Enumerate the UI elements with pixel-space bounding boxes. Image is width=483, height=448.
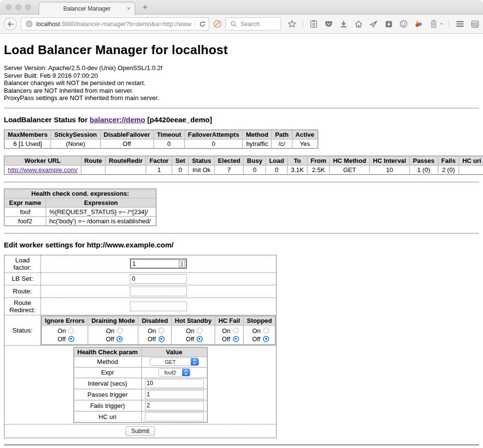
radio-off-selected[interactable] [263, 336, 269, 342]
search-icon [229, 20, 238, 29]
search-placeholder: Search [241, 21, 260, 28]
nav-toolbar: localhost:8880/balancer-manager?b=demo&w… [0, 14, 483, 34]
hc-expr-label: Expr [74, 367, 142, 378]
divider [4, 108, 479, 109]
close-window-button[interactable] [6, 4, 12, 10]
expressions-title: Health check cond. expressions: [4, 189, 156, 198]
radio-on[interactable] [117, 328, 123, 333]
divider [4, 233, 479, 234]
search-field[interactable]: Search [226, 17, 281, 30]
server-built: Server Built: Feb 9 2016 07:00:20 [4, 72, 479, 80]
grid-icon[interactable] [470, 20, 479, 29]
hc-method-label: Method [74, 357, 142, 367]
menu-icon[interactable] [455, 20, 464, 29]
bookmark-star-icon[interactable] [288, 20, 297, 29]
status-draining-mode-radios: On Off [91, 326, 135, 344]
send-icon[interactable] [369, 20, 378, 29]
balancer-status-table: MaxMembers StickySession DisableFailover… [4, 130, 318, 149]
hc-passes-label: Passes trigger [74, 389, 142, 400]
url-bar[interactable]: localhost:8880/balancer-manager?b=demo&w… [21, 17, 209, 30]
status-ignore-errors-radios: On Off [45, 326, 85, 344]
health-check-param-table: Health Check param Value Method GET [73, 347, 208, 423]
number-spinner-icon[interactable]: ▲▼ [179, 260, 185, 267]
status-hot-standby-radios: On Off [175, 326, 212, 344]
select-chevrons-icon [182, 369, 190, 376]
hc-interval-input[interactable] [145, 379, 204, 388]
radio-off-selected[interactable] [68, 336, 74, 342]
back-button[interactable] [4, 17, 17, 30]
tab-title: Balancer Manager [63, 5, 111, 12]
notice-inherit-proxypass: ProxyPass settings are NOT inherited fro… [4, 94, 479, 102]
pocket-icon[interactable] [325, 20, 333, 29]
hc-method-select[interactable]: GET [150, 358, 199, 366]
globe-icon [25, 20, 33, 29]
bottom-divider [4, 444, 479, 446]
server-version: Server Version: Apache/2.5.0-dev (Unix) … [4, 64, 479, 72]
notice-inherit-balancers: Balancers are NOT inherited from main se… [4, 87, 479, 95]
worker-url-link[interactable]: http://www.example.com/ [8, 166, 78, 173]
radio-on[interactable] [263, 328, 269, 333]
page-title: Load Balancer Manager for localhost [4, 43, 479, 58]
hc-passes-input[interactable] [145, 390, 204, 399]
blocked-icon[interactable] [213, 20, 222, 29]
edit-worker-heading: Edit worker settings for http://www.exam… [4, 241, 479, 249]
lb-set-label: LB Set: [4, 273, 41, 285]
radio-off-selected[interactable] [197, 336, 203, 342]
route-redirect-label: Route Redirect: [4, 298, 41, 315]
hc-uri-label: HC uri [74, 411, 142, 422]
expression-row: foof2 hc('body') =~ /domain is establish… [4, 217, 156, 226]
route-input[interactable] [130, 287, 187, 296]
close-tab-icon[interactable]: × [127, 5, 130, 12]
expression-row: foof %{REQUEST_STATUS} =~ /^[234]/ [4, 207, 156, 217]
home-icon[interactable] [355, 20, 363, 29]
status-stopped-radios: On Off [247, 326, 272, 344]
radio-off-selected[interactable] [158, 336, 165, 342]
status-radio-table: Ignore Errors Draining Mode Disabled Hot… [41, 316, 276, 345]
select-chevrons-icon [191, 358, 199, 365]
status-disabled-radios: On Off [142, 326, 168, 344]
radio-off-selected[interactable] [233, 336, 239, 342]
new-tab-button[interactable]: + [142, 2, 148, 13]
hc-fails-label: Fails trigger) [74, 400, 142, 411]
radio-on[interactable] [233, 328, 239, 333]
zoom-window-button[interactable] [25, 4, 31, 10]
tab-balancer-manager[interactable]: Balancer Manager × [39, 2, 135, 15]
extension-download-icon[interactable] [384, 20, 393, 29]
edit-worker-form: Load factor: ▲▼ LB Set: Route: Route Red… [4, 255, 277, 438]
hc-expr-select[interactable]: foof2 [158, 368, 190, 376]
minimize-window-button[interactable] [15, 4, 21, 10]
toolbar-icons: ▾ [288, 20, 479, 29]
hc-interval-label: Interval (secs) [74, 378, 142, 389]
loadbalancer-status-heading: LoadBalancer Status for balancer://demo … [4, 116, 479, 124]
load-factor-label: Load factor: [4, 255, 41, 273]
url-text[interactable]: localhost:8880/balancer-manager?b=demo&w… [36, 21, 192, 28]
chevron-down-icon[interactable]: ▾ [440, 22, 442, 26]
worker-row: http://www.example.com/ 1 0 Init Ok 7 0 … [4, 165, 483, 174]
submit-button[interactable]: Submit [126, 426, 155, 436]
load-factor-input-wrap: ▲▼ [130, 259, 187, 269]
tab-bar: Balancer Manager × + [0, 0, 483, 14]
radio-off-selected[interactable] [116, 336, 123, 342]
radio-on[interactable] [158, 328, 164, 333]
route-label: Route: [4, 285, 41, 298]
divider [4, 182, 479, 183]
radio-on[interactable] [68, 328, 74, 333]
radio-on[interactable] [197, 328, 202, 333]
battery-icon[interactable] [429, 20, 438, 29]
status-label: Status: [4, 315, 41, 346]
browser-window: Balancer Manager × + localhost:8880/bala… [0, 0, 483, 448]
balancer-demo-link[interactable]: balancer://demo [90, 116, 145, 124]
hc-uri-input[interactable] [145, 412, 204, 421]
download-icon[interactable] [340, 20, 348, 29]
balancer-status-row: 6 [1 Used] (None) Off 0 0 bytraffic /c/ … [4, 139, 318, 148]
lb-set-input[interactable] [130, 274, 187, 284]
smiley-icon[interactable] [399, 20, 408, 29]
window-controls[interactable] [6, 4, 31, 10]
reload-icon[interactable] [198, 20, 207, 29]
hc-fails-input[interactable] [145, 401, 204, 410]
status-hc-fail-radios: On Off [218, 326, 240, 344]
route-redirect-input[interactable] [130, 302, 187, 311]
page-content: Load Balancer Manager for localhost Serv… [0, 34, 483, 446]
colors-extension-icon[interactable] [414, 20, 423, 29]
reading-list-icon[interactable] [310, 20, 318, 29]
